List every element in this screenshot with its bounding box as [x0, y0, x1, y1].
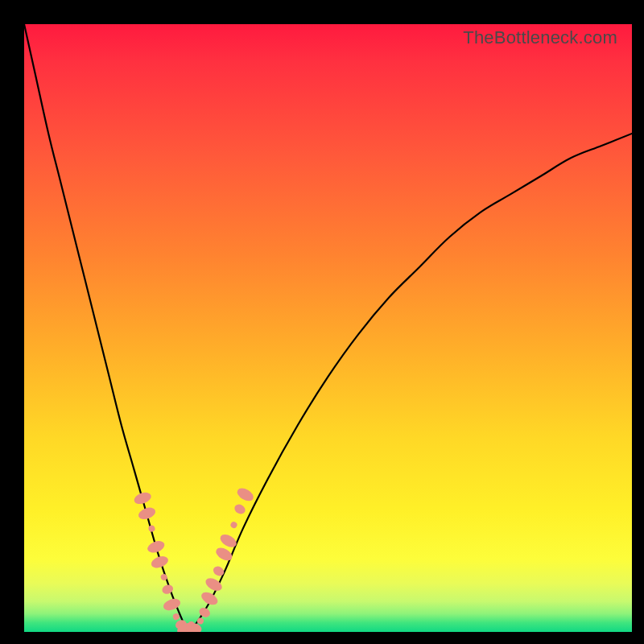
bead-marker [229, 521, 238, 530]
bead-marker [189, 621, 204, 632]
bottleneck-curve [24, 24, 632, 632]
bead-marker [162, 597, 182, 613]
watermark-text: TheBottleneck.com [463, 27, 617, 48]
plot-area: TheBottleneck.com [24, 24, 632, 632]
bead-marker [197, 606, 212, 620]
bead-marker [175, 621, 196, 632]
bead-marker [137, 506, 157, 522]
bead-marker [186, 621, 196, 632]
bead-marker [133, 490, 153, 506]
bead-marker [174, 618, 188, 630]
bead-marker [214, 545, 235, 563]
bead-marker [146, 539, 166, 555]
bead-marker [160, 573, 168, 581]
bead-marker [161, 584, 175, 596]
curve-svg [24, 24, 632, 632]
bead-marker [200, 589, 221, 607]
bead-marker [233, 502, 247, 516]
bead-marker [235, 485, 256, 503]
bead-marker [204, 576, 225, 593]
bead-group [133, 485, 256, 632]
bead-marker [196, 617, 204, 625]
bead-marker [147, 524, 155, 532]
bead-marker [212, 564, 226, 578]
bead-marker [172, 613, 180, 621]
bead-marker [218, 532, 239, 550]
chart-frame: TheBottleneck.com [0, 0, 644, 644]
bead-marker [150, 554, 170, 570]
